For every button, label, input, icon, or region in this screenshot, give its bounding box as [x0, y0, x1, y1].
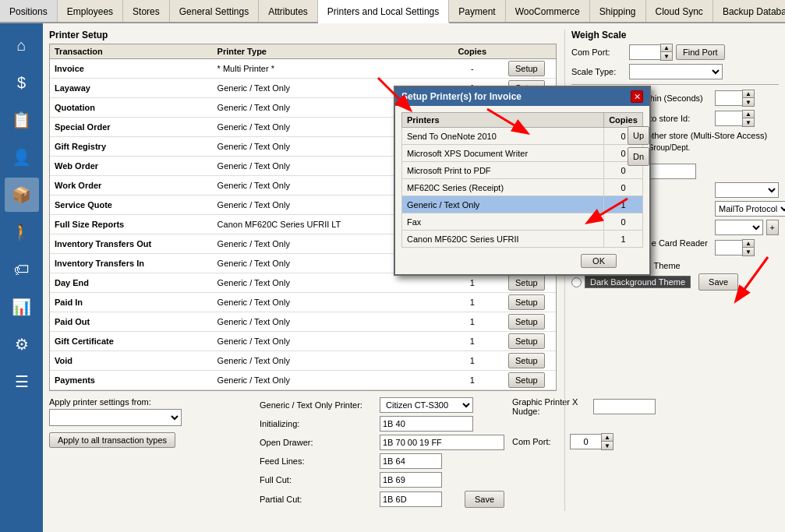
setup-btn-0[interactable]: Setup: [508, 61, 545, 76]
transaction-cell: Void: [50, 351, 213, 371]
tab-printers-local[interactable]: Printers and Local Settings: [318, 0, 449, 23]
no-relogin-dn[interactable]: ▼: [743, 98, 754, 106]
com-port-label2: Com Port:: [512, 437, 567, 446]
action-cell: Setup: [497, 312, 556, 332]
scale-type-label: Scale Type:: [571, 67, 626, 76]
weigh-scale-section: Weigh Scale Com Port: 0 ▲ ▼ Find Port: [571, 30, 779, 79]
sidebar-tag[interactable]: 🏷: [5, 252, 39, 287]
signature-pad-select[interactable]: [715, 182, 779, 198]
modal-printer-copies: 1: [604, 196, 643, 213]
setup-btn-13[interactable]: Setup: [508, 314, 545, 329]
right-save-btn[interactable]: Save: [698, 273, 738, 291]
modal-printer-name: Generic / Text Only: [402, 196, 604, 213]
sidebar-person[interactable]: 👤: [5, 140, 39, 174]
tab-payment[interactable]: Payment: [449, 0, 505, 22]
printer-row: Paid Out Generic / Text Only 1 Setup: [50, 312, 556, 332]
weigh-scale-title: Weigh Scale: [571, 30, 779, 41]
tab-employees[interactable]: Employees: [58, 0, 123, 22]
printer-modal: Setup Printer(s) for Invoice ✕ Printers …: [394, 86, 651, 276]
modal-title: Setup Printer(s) for Invoice: [401, 91, 522, 102]
modal-printer-row[interactable]: Microsoft Print to PDF 0: [402, 162, 643, 179]
modal-printer-row[interactable]: Microsoft XPS Document Writer 0: [402, 145, 643, 162]
modal-printer-row[interactable]: Generic / Text Only 1: [402, 196, 643, 213]
ws-com-up[interactable]: ▲: [661, 44, 672, 52]
setup-btn-15[interactable]: Setup: [508, 353, 545, 368]
setup-btn-16[interactable]: Setup: [508, 372, 545, 388]
setup-btn-12[interactable]: Setup: [508, 294, 545, 310]
printer-type-cell: Generic / Text Only: [213, 371, 447, 390]
modal-title-bar: Setup Printer(s) for Invoice ✕: [395, 87, 649, 106]
modal-up-btn[interactable]: Up: [628, 126, 649, 145]
email-program-select[interactable]: MailTo Protocol: [715, 201, 785, 217]
transaction-cell: Quotation: [50, 98, 213, 118]
printer-type-cell: Generic / Text Only: [213, 273, 447, 293]
feed-lines-input[interactable]: [380, 453, 442, 469]
ws-com-port-input[interactable]: 0: [629, 44, 660, 60]
tab-woocommerce[interactable]: WooCommerce: [506, 0, 590, 22]
no-relogin-up[interactable]: ▲: [743, 90, 754, 98]
peachtree-date-btn[interactable]: +: [766, 220, 779, 235]
col-header-copies: Copies: [447, 44, 497, 59]
serial-swipe-up[interactable]: ▲: [743, 240, 754, 248]
modal-printer-copies: 0: [604, 179, 643, 196]
modal-printer-name: Microsoft XPS Document Writer: [402, 145, 604, 162]
modal-printer-name: Fax: [402, 213, 604, 231]
generic-printer-label: Generic / Text Only Printer:: [260, 400, 377, 410]
modal-dn-btn[interactable]: Dn: [628, 147, 649, 166]
setup-btn-14[interactable]: Setup: [508, 333, 545, 349]
partial-cut-input[interactable]: [380, 491, 442, 507]
printer-row: Void Generic / Text Only 1 Setup: [50, 351, 556, 371]
modal-printer-name: Microsoft Print to PDF: [402, 162, 604, 179]
modal-printer-row[interactable]: Send To OneNote 2010 0: [402, 128, 643, 145]
ws-com-dn[interactable]: ▼: [661, 52, 672, 60]
sidebar-chart[interactable]: 📊: [5, 290, 39, 324]
sidebar-box[interactable]: 📦: [5, 178, 39, 212]
tab-backup-database[interactable]: Backup Database: [713, 0, 785, 22]
sidebar-receipt[interactable]: 📋: [5, 103, 39, 137]
tab-cloud-sync[interactable]: Cloud Sync: [646, 0, 713, 22]
sidebar-home[interactable]: ⌂: [5, 28, 39, 62]
bottom-save-btn[interactable]: Save: [465, 491, 504, 508]
modal-ok-btn[interactable]: OK: [581, 254, 617, 268]
initializing-input[interactable]: [380, 416, 473, 432]
col-header-type: Printer Type: [213, 44, 447, 59]
serial-swipe-input[interactable]: 0: [715, 240, 742, 255]
tab-attributes[interactable]: Attributes: [259, 0, 318, 22]
find-port-btn[interactable]: Find Port: [676, 44, 725, 60]
login-store-input[interactable]: 1: [715, 111, 742, 126]
login-store-dn[interactable]: ▼: [743, 118, 754, 126]
modal-printer-table: Printers Copies Send To OneNote 2010 0 M…: [401, 112, 643, 248]
modal-printer-row[interactable]: Fax 0: [402, 213, 643, 231]
tab-positions[interactable]: Positions: [0, 0, 58, 22]
modal-printer-copies: 1: [604, 231, 643, 248]
tab-general-settings[interactable]: General Settings: [170, 0, 259, 22]
peachtree-date-select[interactable]: [715, 220, 763, 235]
dark-theme-label: Dark Background Theme: [585, 276, 691, 288]
tab-shipping[interactable]: Shipping: [590, 0, 646, 22]
modal-close-btn[interactable]: ✕: [631, 90, 643, 103]
sidebar-walk[interactable]: 🚶: [5, 215, 39, 249]
open-drawer-input[interactable]: [380, 435, 504, 450]
transaction-cell: Full Size Reports: [50, 215, 213, 234]
modal-printer-row[interactable]: MF620C Series (Receipt) 0: [402, 179, 643, 196]
printer-row: Payments Generic / Text Only 1 Setup: [50, 371, 556, 390]
action-cell: Setup: [497, 59, 556, 79]
transaction-cell: Paid In: [50, 293, 213, 312]
generic-printer-select[interactable]: Citizen CT-S300: [380, 397, 473, 413]
apply-from-dropdown[interactable]: [49, 409, 182, 426]
modal-printer-row[interactable]: Canon MF620C Series UFRII 1: [402, 231, 643, 248]
dark-theme-radio[interactable]: [571, 277, 582, 287]
no-relogin-input[interactable]: 15: [715, 90, 742, 106]
tab-stores[interactable]: Stores: [123, 0, 170, 22]
setup-btn-11[interactable]: Setup: [508, 275, 545, 291]
serial-swipe-dn[interactable]: ▼: [743, 248, 754, 255]
scale-type-select[interactable]: [629, 64, 723, 79]
full-cut-input[interactable]: [380, 472, 442, 488]
login-store-up[interactable]: ▲: [743, 111, 754, 118]
sidebar-gear[interactable]: ⚙: [5, 327, 39, 361]
printer-setup-title: Printer Setup: [49, 30, 557, 41]
sidebar-dollar[interactable]: $: [5, 65, 39, 100]
transaction-cell: Payments: [50, 371, 213, 390]
apply-all-btn[interactable]: Apply to all transaction types: [49, 432, 175, 448]
sidebar-menu[interactable]: ☰: [5, 365, 39, 399]
